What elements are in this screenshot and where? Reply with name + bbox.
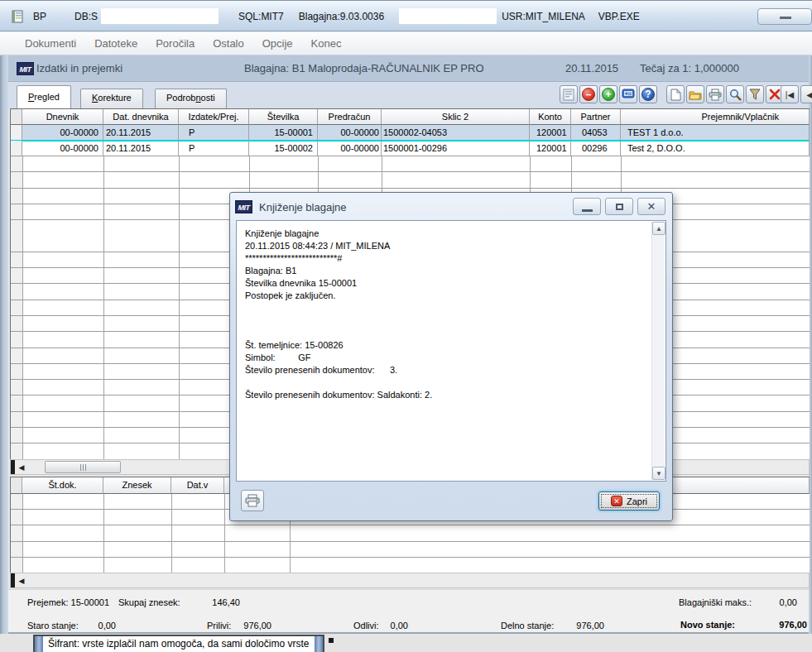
scroll-up-arrow[interactable]: ▲ <box>652 222 665 235</box>
search-button[interactable] <box>726 85 744 103</box>
delno-stanje-value: 976,00 <box>546 621 604 630</box>
odlivi-value: 0,00 <box>368 621 408 630</box>
report-button[interactable] <box>560 85 578 103</box>
novo-stanje-value: 976,00 <box>749 620 807 630</box>
filter-button[interactable] <box>746 85 764 103</box>
form-title: Izdatki in prejemki <box>36 62 123 74</box>
col-dat-v[interactable]: Dat.v <box>171 477 224 494</box>
table-row-selected[interactable]: 00-00000 20.11.2015 P 15-00001 00-00000 … <box>11 125 810 141</box>
row-selector-header <box>11 477 22 494</box>
row-selector-header <box>11 109 22 125</box>
clipped-help-text: Šifrant: vrste izplačil nam omogoča, da … <box>48 638 311 650</box>
zapri-button[interactable]: ✕ Zapri <box>598 491 660 511</box>
prejemek-label: Prejemek: 15-00001 <box>27 597 109 607</box>
tab-pregled[interactable]: Pregled <box>17 85 71 108</box>
menu-opcije[interactable]: Opcije <box>262 37 293 50</box>
col-st-dok[interactable]: Št.dok. <box>22 477 103 494</box>
col-prejemnik[interactable]: Prejemnik/Vplačnik <box>621 109 810 125</box>
col-dat-dnevnika[interactable]: Dat. dnevnika <box>103 109 179 125</box>
detail-grid-hscrollbar: ◀ <box>10 573 810 588</box>
col-dnevnik[interactable]: Dnevnik <box>22 109 103 125</box>
clipped-scrollbar-left <box>35 636 43 652</box>
mit-logo-icon: MIT <box>17 62 34 75</box>
tab-korekture[interactable]: Korekture <box>80 89 143 108</box>
window-titlebar: BP DB:S SQL:MIT7 Blagajna:9.03.0036 USR:… <box>0 0 812 31</box>
open-button[interactable] <box>686 85 704 103</box>
restore-icon <box>616 204 623 210</box>
col-partner[interactable]: Partner <box>571 109 621 125</box>
record-navigation: |◀ ◀ <box>781 85 812 103</box>
staro-stanje-label: Staro stanje: <box>27 621 79 630</box>
minus-icon: – <box>582 88 595 101</box>
menu-datoteke[interactable]: Datoteke <box>94 37 137 50</box>
dialog-print-button[interactable] <box>241 490 264 511</box>
journal-grid-header: Dnevnik Dat. dnevnika Izdatek/Prej. Štev… <box>11 109 810 125</box>
add-row-button[interactable]: + <box>599 85 617 103</box>
col-sklic2[interactable]: Sklic 2 <box>382 109 530 125</box>
tab-podrobnosti[interactable]: Podrobnosti <box>155 89 227 108</box>
previous-record-button[interactable]: ◀ <box>800 85 812 103</box>
dialog-close-button[interactable]: ✕ <box>637 198 665 215</box>
help-button[interactable]: ? <box>639 85 657 103</box>
first-record-button[interactable]: |◀ <box>781 85 799 103</box>
table-row[interactable]: 00-00000 20.11.2015 P 15-00002 00-00000 … <box>11 141 810 156</box>
menu-bar: Dokumenti Datoteke Poročila Ostalo Opcij… <box>0 32 812 55</box>
resize-handle <box>329 638 334 643</box>
new-document-icon <box>670 89 681 101</box>
exchange-rate: Tečaj za 1: 1,000000 <box>640 62 739 74</box>
clipped-scrollbar-right <box>315 636 323 652</box>
tab-toolbar-row: Pregled Korekture Podrobnosti – + ? <box>8 82 809 108</box>
register-info: Blagajna: B1 Maloprodaja-RAČUNALNIK EP P… <box>244 62 484 74</box>
redacted-area <box>399 8 497 24</box>
printer-icon <box>709 89 722 101</box>
scrollbar-thumb[interactable] <box>45 461 121 473</box>
col-stevilka[interactable]: Številka <box>249 109 318 125</box>
dialog-log-text: Knjiženje blagajne 20.11.2015 08:44:23 /… <box>238 223 650 479</box>
minimize-icon <box>780 17 791 19</box>
exe-label: VBP.EXE <box>598 11 640 22</box>
minimize-button[interactable] <box>757 8 812 25</box>
scroll-left-arrow[interactable]: ◀ <box>15 573 28 587</box>
report-icon <box>563 89 574 101</box>
search-icon <box>729 89 742 101</box>
menu-konec[interactable]: Konec <box>311 37 342 50</box>
novo-stanje-label: Novo stanje: <box>680 620 735 630</box>
user-label: USR:MIT_MILENA <box>502 11 585 22</box>
minimize-icon <box>582 209 593 212</box>
dialog-footer: ✕ Zapri <box>230 482 672 520</box>
dialog-minimize-button[interactable] <box>573 198 601 215</box>
dialog-restore-button[interactable] <box>605 198 633 215</box>
presentation-button[interactable] <box>619 85 637 103</box>
col-znesek[interactable]: Znesek <box>103 477 171 494</box>
scroll-left-arrow[interactable]: ◀ <box>15 460 28 474</box>
row-selector[interactable] <box>11 141 22 156</box>
mit-logo-icon: MIT <box>235 200 252 213</box>
print-button[interactable] <box>706 85 724 103</box>
scroll-down-arrow[interactable]: ▼ <box>652 467 665 480</box>
delete-row-button[interactable]: – <box>579 85 598 103</box>
col-konto[interactable]: Konto <box>530 109 571 125</box>
status-panel: Prejemek: 15-00001 Skupaj znesek: 146,40… <box>8 589 809 634</box>
dialog-log-area: Knjiženje blagajne 20.11.2015 08:44:23 /… <box>236 220 666 482</box>
menu-porocila[interactable]: Poročila <box>156 37 195 50</box>
open-folder-icon <box>689 89 702 100</box>
red-x-icon <box>769 89 781 100</box>
col-izdatek-prej[interactable]: Izdatek/Prej. <box>179 109 249 125</box>
menu-dokumenti[interactable]: Dokumenti <box>25 37 76 50</box>
blagajniski-maks-label: Blagajniški maks.: <box>679 597 752 607</box>
staro-stanje-value: 0,00 <box>74 621 116 630</box>
skupaj-znesek-value: 146,40 <box>182 597 240 607</box>
menu-ostalo[interactable]: Ostalo <box>213 37 244 50</box>
redacted-db-name <box>101 8 219 24</box>
dialog-window-buttons: ✕ <box>573 198 665 215</box>
clipped-help-window[interactable]: Šifrant: vrste izplačil nam omogoča, da … <box>33 635 324 652</box>
new-document-button[interactable] <box>666 85 685 103</box>
row-selector[interactable] <box>11 125 22 141</box>
col-predracun[interactable]: Predračun <box>318 109 382 125</box>
dialog-vscrollbar[interactable]: ▲ ▼ <box>651 222 665 480</box>
version-label: Blagajna:9.03.0036 <box>299 11 384 22</box>
knjizenje-dialog: MIT Knjiženje blagajne ✕ Knjiženje blaga… <box>229 192 673 521</box>
app-title: BP <box>33 11 46 22</box>
current-date: 20.11.2015 <box>565 62 618 74</box>
bottom-strip: Šifrant: vrste izplačil nam omogoča, da … <box>0 634 812 652</box>
